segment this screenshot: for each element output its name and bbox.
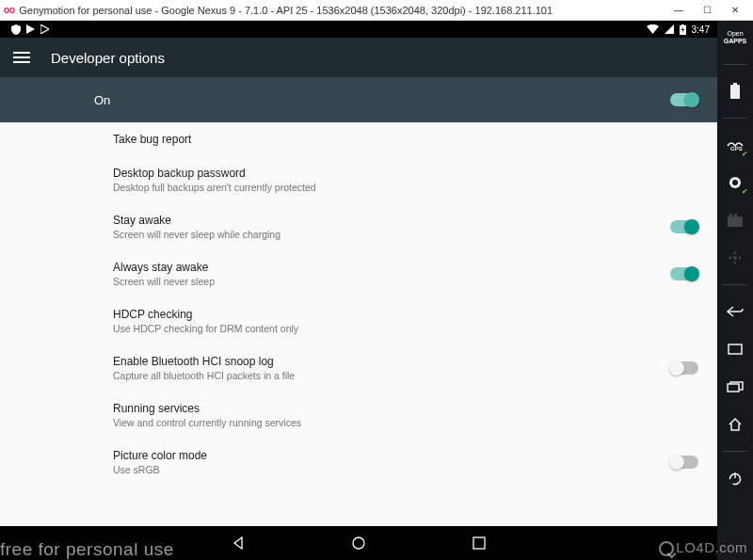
- play-icon: [26, 24, 35, 35]
- toggle-switch[interactable]: [670, 220, 698, 233]
- setting-bluetooth-hci-snoop[interactable]: Enable Bluetooth HCI snoop log Capture a…: [0, 344, 717, 392]
- nav-recents-icon[interactable]: [724, 338, 746, 360]
- nav-back-icon[interactable]: [724, 300, 746, 323]
- master-toggle-row[interactable]: On: [0, 77, 717, 122]
- gps-widget-icon[interactable]: GPS ✔: [724, 134, 746, 156]
- toggle-switch[interactable]: [670, 267, 698, 280]
- battery-icon: [680, 24, 686, 35]
- setting-hdcp-checking[interactable]: HDCP checking Use HDCP checking for DRM …: [0, 297, 717, 344]
- svg-point-8: [732, 180, 738, 185]
- maximize-button[interactable]: ☐: [693, 1, 721, 20]
- svg-rect-11: [734, 214, 737, 216]
- power-icon[interactable]: [724, 467, 746, 489]
- svg-rect-10: [729, 214, 732, 216]
- signal-icon: [665, 24, 674, 34]
- setting-subtitle: Desktop full backups aren't currently pr…: [113, 182, 698, 193]
- setting-title: Picture color mode: [113, 449, 670, 462]
- genymotion-sidebar: OpenGAPPS GPS ✔ ✔: [717, 21, 753, 560]
- back-button[interactable]: [230, 535, 247, 552]
- master-toggle-label: On: [94, 93, 670, 107]
- setting-title: Always stay awake: [113, 261, 670, 274]
- page-title: Developer options: [51, 50, 165, 66]
- setting-title: Take bug report: [113, 133, 698, 146]
- setting-picture-color-mode[interactable]: Picture color mode Use sRGB: [0, 439, 717, 486]
- opengapps-button[interactable]: OpenGAPPS: [724, 26, 746, 49]
- wifi-icon: [647, 24, 659, 34]
- toggle-switch[interactable]: [670, 456, 698, 469]
- setting-subtitle: Use sRGB: [113, 464, 670, 475]
- watermark-source: LO4D.com: [659, 539, 747, 556]
- setting-title: HDCP checking: [113, 308, 698, 321]
- setting-title: Running services: [113, 402, 698, 415]
- svg-rect-13: [729, 344, 742, 354]
- setting-stay-awake[interactable]: Stay awake Screen will never sleep while…: [0, 203, 717, 250]
- play-outline-icon: [40, 24, 49, 35]
- nav-home-icon[interactable]: [724, 413, 746, 436]
- master-toggle-switch[interactable]: [670, 93, 698, 106]
- settings-list[interactable]: Take bug report Desktop backup password …: [0, 122, 717, 526]
- shield-icon: [11, 24, 21, 35]
- setting-subtitle: View and control currently running servi…: [113, 417, 698, 428]
- window-title: Genymotion for personal use - Google Nex…: [19, 5, 665, 16]
- svg-point-2: [353, 537, 364, 549]
- setting-subtitle: Screen will never sleep while charging: [113, 229, 670, 240]
- genymotion-logo-icon: oo: [4, 5, 15, 15]
- svg-text:GPS: GPS: [730, 146, 743, 152]
- watermark-text: free for personal use: [0, 539, 174, 560]
- setting-subtitle: Capture all bluetooth HCI packets in a f…: [113, 370, 670, 381]
- setting-take-bug-report[interactable]: Take bug report: [0, 122, 717, 156]
- battery-widget-icon[interactable]: [724, 80, 746, 103]
- recents-button[interactable]: [471, 535, 488, 552]
- setting-subtitle: Use HDCP checking for DRM content only: [113, 323, 698, 334]
- setting-title: Desktop backup password: [113, 167, 698, 180]
- setting-always-stay-awake[interactable]: Always stay awake Screen will never slee…: [0, 250, 717, 297]
- status-clock: 3:47: [692, 24, 710, 35]
- setting-subtitle: Screen will never sleep: [113, 276, 670, 287]
- window-controls: — ☐ ✕: [665, 1, 749, 20]
- setting-running-services[interactable]: Running services View and control curren…: [0, 392, 717, 439]
- setting-title: Stay awake: [113, 214, 670, 227]
- svg-rect-9: [728, 216, 743, 227]
- svg-rect-1: [681, 24, 684, 25]
- setting-desktop-backup-password[interactable]: Desktop backup password Desktop full bac…: [0, 156, 717, 203]
- app-toolbar: Developer options: [0, 38, 717, 77]
- svg-rect-5: [733, 83, 737, 85]
- android-status-bar[interactable]: 3:47: [0, 21, 717, 38]
- nav-multiwindow-icon[interactable]: [724, 376, 746, 398]
- home-button[interactable]: [350, 535, 367, 552]
- emulator-screen: 3:47 Developer options On Take bug repor…: [0, 21, 717, 560]
- capture-widget-icon[interactable]: [724, 209, 746, 232]
- window-titlebar: oo Genymotion for personal use - Google …: [0, 0, 753, 21]
- close-button[interactable]: ✕: [721, 1, 749, 20]
- svg-rect-3: [473, 537, 485, 549]
- camera-widget-icon[interactable]: ✔: [724, 171, 746, 194]
- svg-rect-14: [728, 384, 739, 392]
- remote-widget-icon[interactable]: [724, 247, 746, 269]
- svg-point-12: [733, 256, 737, 260]
- minimize-button[interactable]: —: [665, 1, 693, 20]
- toggle-switch[interactable]: [670, 361, 698, 375]
- svg-rect-4: [730, 85, 740, 99]
- menu-icon[interactable]: [13, 52, 30, 63]
- setting-title: Enable Bluetooth HCI snoop log: [113, 355, 670, 368]
